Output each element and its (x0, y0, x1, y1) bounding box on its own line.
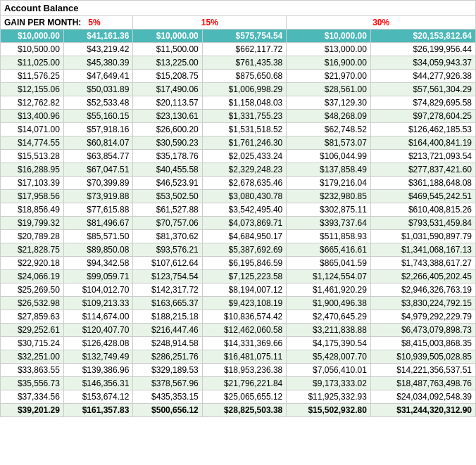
table-cell: $188,215.18 (133, 310, 202, 324)
table-cell: $24,034,092,548.39 (370, 390, 475, 404)
page-title: Account Balance (0, 0, 476, 15)
table-cell: $14,774.55 (1, 136, 64, 150)
table-cell: $2,946,326,763.19 (370, 284, 475, 297)
table-cell: $89,850.08 (63, 243, 132, 257)
table-cell: $18,953,236.38 (202, 364, 287, 377)
table-cell: $11,925,332.93 (287, 390, 371, 404)
table-cell: $21,796,221.84 (202, 377, 287, 390)
table-cell: $60,814.07 (63, 136, 132, 150)
table-cell: $81,496.67 (63, 217, 132, 230)
table-row: $29,252.61$120,407.70$216,447.46$12,462,… (1, 324, 476, 337)
table-cell: $77,615.88 (63, 203, 132, 217)
table-cell: $4,175,390.54 (287, 337, 371, 350)
table-row: $37,334.56$153,674.12$435,353.15$25,065,… (1, 390, 476, 404)
table-cell: $40,455.58 (133, 163, 202, 177)
table-row: $22,920.18$94,342.58$107,612.64$6,195,84… (1, 257, 476, 270)
table-cell: $511,858.93 (287, 230, 371, 243)
table-cell: $2,329,248.23 (202, 163, 287, 177)
table-cell: $15,502,932.80 (287, 404, 371, 417)
table-cell: $302,875.11 (287, 203, 371, 217)
table-row: $14,774.55$60,814.07$30,590.23$1,761,246… (1, 136, 476, 150)
table-cell: $1,743,388,617.27 (370, 257, 475, 270)
table-body: $10,000.00$41,161.36$10,000.00$575,754.5… (1, 30, 476, 417)
table-cell: $11,025.00 (1, 56, 64, 70)
table-cell: $120,407.70 (63, 324, 132, 337)
table-cell: $30,715.24 (1, 337, 64, 350)
table-row: $26,532.98$109,213.33$163,665.37$9,423,1… (1, 297, 476, 310)
table-cell: $29,252.61 (1, 324, 64, 337)
table-cell: $3,080,430.78 (202, 190, 287, 203)
table-cell: $28,561.00 (287, 83, 371, 96)
table-row: $35,556.73$146,356.31$378,567.96$21,796,… (1, 377, 476, 390)
table-cell: $2,678,635.46 (202, 177, 287, 190)
table-cell: $81,370.62 (133, 230, 202, 243)
table-cell: $164,400,841.19 (370, 136, 475, 150)
table-cell: $10,000.00 (287, 30, 371, 43)
table-cell: $161,357.83 (63, 404, 132, 417)
table-cell: $11,500.00 (133, 43, 202, 56)
table-row: $14,071.00$57,918.16$26,600.20$1,531,518… (1, 123, 476, 136)
table-cell: $8,194,007.12 (202, 284, 287, 297)
table-cell: $1,031,590,897.79 (370, 230, 475, 243)
table-cell: $25,065,655.12 (202, 390, 287, 404)
table-cell: $13,225.00 (133, 56, 202, 70)
table-cell: $232,980.85 (287, 190, 371, 203)
table-cell: $12,762.82 (1, 96, 64, 110)
table-cell: $55,160.15 (63, 110, 132, 123)
table-cell: $94,342.58 (63, 257, 132, 270)
table-cell: $104,012.70 (63, 284, 132, 297)
table-row: $17,958.56$73,919.88$53,502.50$3,080,430… (1, 190, 476, 203)
table-cell: $1,900,496.38 (287, 297, 371, 310)
table-cell: $4,073,869.71 (202, 217, 287, 230)
table-cell: $132,749.49 (63, 350, 132, 364)
table-row: $19,799.32$81,496.67$70,757.06$4,073,869… (1, 217, 476, 230)
table-cell: $610,408,815.26 (370, 203, 475, 217)
table-cell: $142,317.72 (133, 284, 202, 297)
table-row: $25,269.50$104,012.70$142,317.72$8,194,0… (1, 284, 476, 297)
table-cell: $5,428,007.70 (287, 350, 371, 364)
table-row: $32,251.00$132,749.49$286,251.76$16,481,… (1, 350, 476, 364)
table-cell: $31,244,320,312.90 (370, 404, 475, 417)
table-row: $30,715.24$126,428.08$248,914.58$14,331,… (1, 337, 476, 350)
table-cell: $1,341,068,167.13 (370, 243, 475, 257)
table-cell: $17,490.06 (133, 83, 202, 96)
table-cell: $28,825,503.38 (202, 404, 287, 417)
table-cell: $35,178.76 (133, 150, 202, 163)
table-cell: $11,576.25 (1, 70, 64, 83)
table-cell: $146,356.31 (63, 377, 132, 390)
gain-per-month-header: GAIN PER MONTH: 5% (1, 16, 133, 30)
table-cell: $12,462,060.58 (202, 324, 287, 337)
table-cell: $179,216.04 (287, 177, 371, 190)
table-row: $12,762.82$52,533.48$20,113.57$1,158,048… (1, 96, 476, 110)
table-cell: $57,561,304.29 (370, 83, 475, 96)
table-cell: $1,158,048.03 (202, 96, 287, 110)
table-cell: $26,600.20 (133, 123, 202, 136)
table-row: $12,155.06$50,031.89$17,490.06$1,006,998… (1, 83, 476, 96)
table-cell: $15,208.75 (133, 70, 202, 83)
table-cell: $5,387,692.69 (202, 243, 287, 257)
table-cell: $37,129.30 (287, 96, 371, 110)
table-cell: $1,531,518.52 (202, 123, 287, 136)
table-cell: $2,025,433.24 (202, 150, 287, 163)
table-cell: $575,754.54 (202, 30, 287, 43)
table-cell: $126,462,185.53 (370, 123, 475, 136)
table-cell: $41,161.36 (63, 30, 132, 43)
table-cell: $6,195,846.59 (202, 257, 287, 270)
table-cell: $70,757.06 (133, 217, 202, 230)
table-cell: $30,590.23 (133, 136, 202, 150)
table-cell: $163,665.37 (133, 297, 202, 310)
table-row: $24,066.19$99,059.71$123,754.54$7,125,22… (1, 270, 476, 284)
table-cell: $2,470,645.29 (287, 310, 371, 324)
table-cell: $7,125,223.58 (202, 270, 287, 284)
table-cell: $4,684,950.17 (202, 230, 287, 243)
table-cell: $139,386.96 (63, 364, 132, 377)
table-cell: $67,047.51 (63, 163, 132, 177)
table-cell: $34,059,943.37 (370, 56, 475, 70)
table-cell: $106,044.99 (287, 150, 371, 163)
table-cell: $24,066.19 (1, 270, 64, 284)
table-cell: $137,858.49 (287, 163, 371, 177)
table-cell: $20,113.57 (133, 96, 202, 110)
table-row: $17,103.39$70,399.89$46,523.91$2,678,635… (1, 177, 476, 190)
pct30-header: 30% (287, 16, 476, 30)
table-cell: $435,353.15 (133, 390, 202, 404)
